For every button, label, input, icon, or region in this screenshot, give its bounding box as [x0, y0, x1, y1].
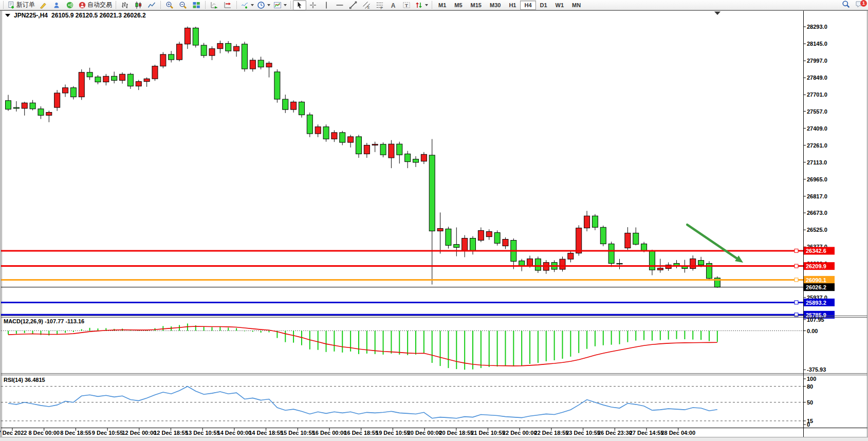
timeframe-mn-button[interactable]: MN	[568, 1, 585, 10]
fibonacci-icon: F	[376, 1, 384, 9]
timeframe-m5-button[interactable]: M5	[450, 1, 466, 10]
vertical-line-button[interactable]	[320, 0, 333, 10]
toolbar-separator	[205, 1, 206, 9]
news-button[interactable]	[63, 0, 77, 10]
text-icon: A	[389, 1, 397, 9]
chevron-down-icon[interactable]	[267, 4, 270, 6]
chart-title: JPN225-,H4	[14, 12, 48, 19]
toolbar-separator	[160, 1, 161, 9]
line-chart-icon	[147, 1, 156, 9]
chart-shift-button[interactable]	[221, 0, 234, 10]
templates-button[interactable]	[272, 0, 288, 10]
shapes-icon	[415, 1, 423, 9]
time-axis[interactable]	[2, 428, 803, 437]
new-order-icon	[7, 1, 15, 9]
toolbar-separator	[236, 1, 237, 9]
timeframe-h1-button[interactable]: H1	[505, 1, 520, 10]
zoom-out-icon	[179, 1, 187, 9]
toolbar-separator	[116, 1, 116, 9]
macd-label: MACD(12,26,9) -107.77 -113.16	[4, 318, 84, 324]
zoom-in-icon	[165, 1, 174, 9]
chevron-down-icon[interactable]	[425, 4, 428, 6]
periods-button[interactable]	[255, 0, 272, 10]
svg-text:E: E	[367, 6, 370, 9]
candlestick-mode-button[interactable]	[132, 0, 145, 10]
market-watch-icon	[52, 1, 61, 9]
tile-windows-button[interactable]	[190, 0, 203, 10]
templates-icon	[273, 1, 282, 9]
timeframe-m1-button[interactable]: M1	[434, 1, 450, 10]
chart-main-pane[interactable]	[2, 20, 803, 316]
chart-shift-icon	[224, 1, 232, 9]
rsi-label: RSI(14) 36.4815	[4, 377, 45, 383]
hline-icon	[336, 1, 344, 9]
text-button[interactable]: A	[386, 0, 400, 10]
svg-text:A: A	[391, 2, 396, 9]
svg-text:F: F	[381, 6, 383, 9]
auto-scroll-icon	[210, 1, 218, 9]
auto-trading-icon	[78, 1, 86, 9]
auto-trading-label: 自动交易	[87, 1, 112, 9]
news-icon	[66, 1, 74, 9]
horizontal-line-button[interactable]	[333, 0, 346, 10]
indicators-button[interactable]	[239, 0, 255, 10]
timeframe-w1-button[interactable]: W1	[551, 1, 568, 10]
toolbar-groups: 新订单自动交易EFAT	[1, 0, 430, 10]
timeframe-bar: M1M5M15M30H1H4D1W1MN	[434, 1, 585, 10]
timeframe-d1-button[interactable]: D1	[536, 1, 551, 10]
search-icon	[842, 0, 850, 10]
candlestick-icon	[134, 1, 142, 9]
toolbar-separator	[3, 1, 4, 9]
price-axis[interactable]	[804, 11, 867, 428]
tile-windows-icon	[192, 1, 200, 9]
notifications-button[interactable]: 1	[853, 0, 866, 10]
new-order-label: 新订单	[16, 1, 35, 9]
cursor-icon	[296, 1, 304, 9]
indicators-icon	[241, 1, 249, 9]
chevron-down-icon[interactable]	[251, 4, 254, 6]
bottom-strip	[0, 437, 868, 441]
chevron-down-icon[interactable]	[284, 4, 287, 6]
arrows-button[interactable]	[413, 0, 430, 10]
crosshair-icon	[309, 1, 317, 9]
metaeditor-button[interactable]	[36, 0, 50, 10]
bar-chart-mode-button[interactable]	[118, 0, 132, 10]
new-order-button[interactable]: 新订单	[6, 0, 36, 10]
svg-text:T: T	[405, 2, 408, 8]
periods-icon	[257, 1, 265, 9]
macd-pane[interactable]	[2, 318, 803, 373]
rsi-pane[interactable]	[2, 375, 803, 428]
cursor-button[interactable]	[293, 0, 306, 10]
channel-icon: E	[362, 1, 371, 9]
toolbar-separator	[290, 1, 291, 9]
market-watch-button[interactable]	[50, 0, 63, 10]
chart-ohlc-readout: 26105.9 26120.5 26021.3 26026.2	[51, 12, 146, 19]
fibonacci-button[interactable]: F	[373, 0, 386, 10]
equidistant-channel-button[interactable]: E	[360, 0, 373, 10]
line-chart-mode-button[interactable]	[145, 0, 158, 10]
timeframe-m30-button[interactable]: M30	[486, 1, 505, 10]
zoom-in-button[interactable]	[163, 0, 176, 10]
chart-title-bar: JPN225-,H4 26105.9 26120.5 26021.3 26026…	[5, 12, 146, 19]
notification-badge: 1	[860, 0, 867, 7]
trendline-icon	[349, 1, 357, 9]
label-icon: T	[402, 1, 411, 9]
timeframe-h4-button[interactable]: H4	[520, 1, 535, 10]
crosshair-button[interactable]	[306, 0, 320, 10]
chart-window[interactable]: 28293.028145.027997.027849.027701.027557…	[0, 0, 868, 441]
vline-icon	[322, 1, 330, 9]
auto-trading-button[interactable]: 自动交易	[77, 0, 114, 10]
metaeditor-icon	[39, 1, 47, 9]
text-label-button[interactable]: T	[400, 0, 413, 10]
trendline-button[interactable]	[346, 0, 360, 10]
toolbar: 新订单自动交易EFAT M1M5M15M30H1H4D1W1MN 1	[0, 0, 868, 10]
toolbar-separator	[432, 1, 432, 9]
search-button[interactable]	[839, 0, 853, 10]
toolbar-right: 1	[839, 0, 866, 10]
timeframe-m15-button[interactable]: M15	[467, 1, 486, 10]
bar-chart-icon	[121, 1, 129, 9]
zoom-out-button[interactable]	[176, 0, 190, 10]
auto-scroll-button[interactable]	[208, 0, 221, 10]
chart-menu-arrow-icon[interactable]	[5, 14, 10, 17]
